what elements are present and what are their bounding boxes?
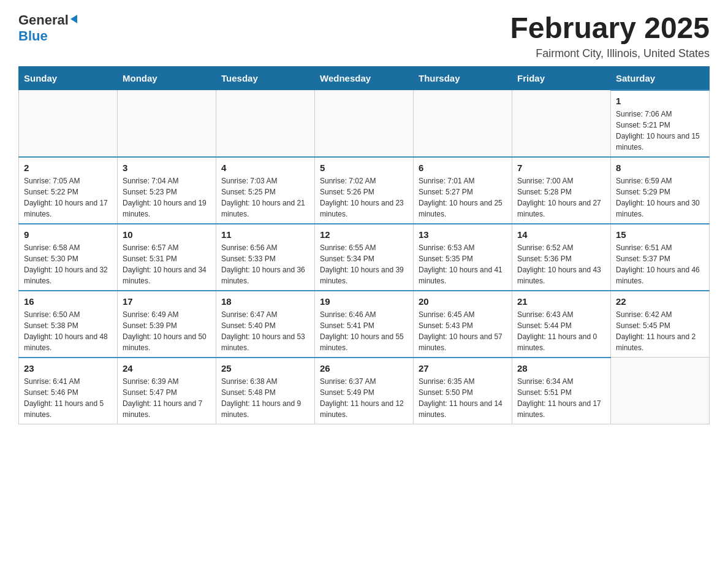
day-info: Sunrise: 6:37 AMSunset: 5:49 PMDaylight:…	[320, 376, 408, 420]
day-info: Sunrise: 6:42 AMSunset: 5:45 PMDaylight:…	[616, 309, 704, 353]
calendar-cell: 3Sunrise: 7:04 AMSunset: 5:23 PMDaylight…	[118, 157, 216, 224]
calendar-cell	[315, 90, 414, 157]
day-number: 24	[123, 363, 211, 373]
calendar-cell: 27Sunrise: 6:35 AMSunset: 5:50 PMDayligh…	[414, 358, 512, 424]
day-info: Sunrise: 6:35 AMSunset: 5:50 PMDaylight:…	[419, 376, 507, 420]
day-info: Sunrise: 6:46 AMSunset: 5:41 PMDaylight:…	[320, 309, 408, 353]
calendar-cell	[118, 90, 216, 157]
calendar-cell: 25Sunrise: 6:38 AMSunset: 5:48 PMDayligh…	[216, 358, 315, 424]
day-info: Sunrise: 6:41 AMSunset: 5:46 PMDaylight:…	[24, 376, 112, 420]
calendar-cell	[611, 358, 710, 424]
weekday-header-monday: Monday	[118, 66, 216, 90]
calendar-cell: 20Sunrise: 6:45 AMSunset: 5:43 PMDayligh…	[414, 291, 512, 358]
calendar-cell: 23Sunrise: 6:41 AMSunset: 5:46 PMDayligh…	[19, 358, 118, 424]
day-number: 20	[419, 296, 507, 307]
logo: General Blue	[18, 12, 77, 44]
day-number: 4	[221, 163, 309, 173]
calendar-cell: 5Sunrise: 7:02 AMSunset: 5:26 PMDaylight…	[315, 157, 414, 224]
calendar-cell: 24Sunrise: 6:39 AMSunset: 5:47 PMDayligh…	[118, 358, 216, 424]
day-number: 8	[616, 163, 704, 173]
day-number: 6	[419, 163, 507, 173]
day-number: 3	[123, 163, 211, 173]
day-info: Sunrise: 6:58 AMSunset: 5:30 PMDaylight:…	[24, 242, 112, 286]
day-info: Sunrise: 6:38 AMSunset: 5:48 PMDaylight:…	[221, 376, 309, 420]
weekday-header-tuesday: Tuesday	[216, 66, 315, 90]
calendar-week-row: 16Sunrise: 6:50 AMSunset: 5:38 PMDayligh…	[19, 291, 710, 358]
day-info: Sunrise: 6:39 AMSunset: 5:47 PMDaylight:…	[123, 376, 211, 420]
calendar-cell: 26Sunrise: 6:37 AMSunset: 5:49 PMDayligh…	[315, 358, 414, 424]
day-number: 16	[24, 296, 112, 307]
month-title: February 2025	[510, 12, 710, 45]
day-number: 1	[616, 96, 704, 106]
weekday-header-friday: Friday	[512, 66, 611, 90]
day-number: 12	[320, 229, 408, 240]
day-info: Sunrise: 6:59 AMSunset: 5:29 PMDaylight:…	[616, 175, 704, 220]
day-info: Sunrise: 6:47 AMSunset: 5:40 PMDaylight:…	[221, 309, 309, 353]
calendar-week-row: 1Sunrise: 7:06 AMSunset: 5:21 PMDaylight…	[19, 90, 710, 157]
calendar-cell: 14Sunrise: 6:52 AMSunset: 5:36 PMDayligh…	[512, 224, 611, 291]
calendar-cell: 6Sunrise: 7:01 AMSunset: 5:27 PMDaylight…	[414, 157, 512, 224]
day-info: Sunrise: 6:45 AMSunset: 5:43 PMDaylight:…	[419, 309, 507, 353]
day-number: 18	[221, 296, 309, 307]
day-number: 17	[123, 296, 211, 307]
calendar-cell	[414, 90, 512, 157]
day-number: 28	[517, 363, 605, 373]
day-info: Sunrise: 7:04 AMSunset: 5:23 PMDaylight:…	[123, 175, 211, 220]
calendar-cell: 4Sunrise: 7:03 AMSunset: 5:25 PMDaylight…	[216, 157, 315, 224]
logo-triangle-icon	[70, 15, 77, 23]
weekday-header-saturday: Saturday	[611, 66, 710, 90]
calendar-cell: 8Sunrise: 6:59 AMSunset: 5:29 PMDaylight…	[611, 157, 710, 224]
calendar-cell: 18Sunrise: 6:47 AMSunset: 5:40 PMDayligh…	[216, 291, 315, 358]
day-number: 9	[24, 229, 112, 240]
calendar-cell: 21Sunrise: 6:43 AMSunset: 5:44 PMDayligh…	[512, 291, 611, 358]
day-info: Sunrise: 7:01 AMSunset: 5:27 PMDaylight:…	[419, 175, 507, 220]
day-info: Sunrise: 7:00 AMSunset: 5:28 PMDaylight:…	[517, 175, 605, 220]
day-info: Sunrise: 6:34 AMSunset: 5:51 PMDaylight:…	[517, 376, 605, 420]
calendar-cell	[512, 90, 611, 157]
calendar-week-row: 9Sunrise: 6:58 AMSunset: 5:30 PMDaylight…	[19, 224, 710, 291]
day-number: 15	[616, 229, 704, 240]
calendar-cell: 17Sunrise: 6:49 AMSunset: 5:39 PMDayligh…	[118, 291, 216, 358]
day-info: Sunrise: 6:55 AMSunset: 5:34 PMDaylight:…	[320, 242, 408, 286]
day-info: Sunrise: 7:05 AMSunset: 5:22 PMDaylight:…	[24, 175, 112, 220]
day-info: Sunrise: 6:51 AMSunset: 5:37 PMDaylight:…	[616, 242, 704, 286]
day-number: 7	[517, 163, 605, 173]
day-number: 21	[517, 296, 605, 307]
calendar-week-row: 23Sunrise: 6:41 AMSunset: 5:46 PMDayligh…	[19, 358, 710, 424]
day-number: 2	[24, 163, 112, 173]
weekday-header-wednesday: Wednesday	[315, 66, 414, 90]
calendar-week-row: 2Sunrise: 7:05 AMSunset: 5:22 PMDaylight…	[19, 157, 710, 224]
day-number: 25	[221, 363, 309, 373]
logo-general-text: General	[18, 12, 69, 28]
calendar-header-row: SundayMondayTuesdayWednesdayThursdayFrid…	[19, 66, 710, 90]
calendar-table: SundayMondayTuesdayWednesdayThursdayFrid…	[18, 66, 710, 424]
calendar-cell: 22Sunrise: 6:42 AMSunset: 5:45 PMDayligh…	[611, 291, 710, 358]
day-info: Sunrise: 6:56 AMSunset: 5:33 PMDaylight:…	[221, 242, 309, 286]
day-info: Sunrise: 6:52 AMSunset: 5:36 PMDaylight:…	[517, 242, 605, 286]
day-info: Sunrise: 7:03 AMSunset: 5:25 PMDaylight:…	[221, 175, 309, 220]
day-number: 26	[320, 363, 408, 373]
page-header: General Blue February 2025 Fairmont City…	[18, 12, 710, 60]
calendar-cell: 7Sunrise: 7:00 AMSunset: 5:28 PMDaylight…	[512, 157, 611, 224]
title-block: February 2025 Fairmont City, Illinois, U…	[510, 12, 710, 60]
day-info: Sunrise: 7:02 AMSunset: 5:26 PMDaylight:…	[320, 175, 408, 220]
calendar-cell: 16Sunrise: 6:50 AMSunset: 5:38 PMDayligh…	[19, 291, 118, 358]
location-subtitle: Fairmont City, Illinois, United States	[510, 47, 710, 60]
day-info: Sunrise: 6:53 AMSunset: 5:35 PMDaylight:…	[419, 242, 507, 286]
weekday-header-thursday: Thursday	[414, 66, 512, 90]
day-info: Sunrise: 6:50 AMSunset: 5:38 PMDaylight:…	[24, 309, 112, 353]
calendar-cell: 15Sunrise: 6:51 AMSunset: 5:37 PMDayligh…	[611, 224, 710, 291]
day-info: Sunrise: 6:49 AMSunset: 5:39 PMDaylight:…	[123, 309, 211, 353]
day-number: 5	[320, 163, 408, 173]
day-number: 22	[616, 296, 704, 307]
weekday-header-sunday: Sunday	[19, 66, 118, 90]
calendar-cell: 1Sunrise: 7:06 AMSunset: 5:21 PMDaylight…	[611, 90, 710, 157]
day-info: Sunrise: 6:43 AMSunset: 5:44 PMDaylight:…	[517, 309, 605, 353]
calendar-cell: 12Sunrise: 6:55 AMSunset: 5:34 PMDayligh…	[315, 224, 414, 291]
day-info: Sunrise: 7:06 AMSunset: 5:21 PMDaylight:…	[616, 109, 704, 153]
logo-blue-text: Blue	[18, 28, 48, 44]
calendar-cell: 28Sunrise: 6:34 AMSunset: 5:51 PMDayligh…	[512, 358, 611, 424]
day-number: 11	[221, 229, 309, 240]
calendar-cell	[19, 90, 118, 157]
calendar-cell: 13Sunrise: 6:53 AMSunset: 5:35 PMDayligh…	[414, 224, 512, 291]
